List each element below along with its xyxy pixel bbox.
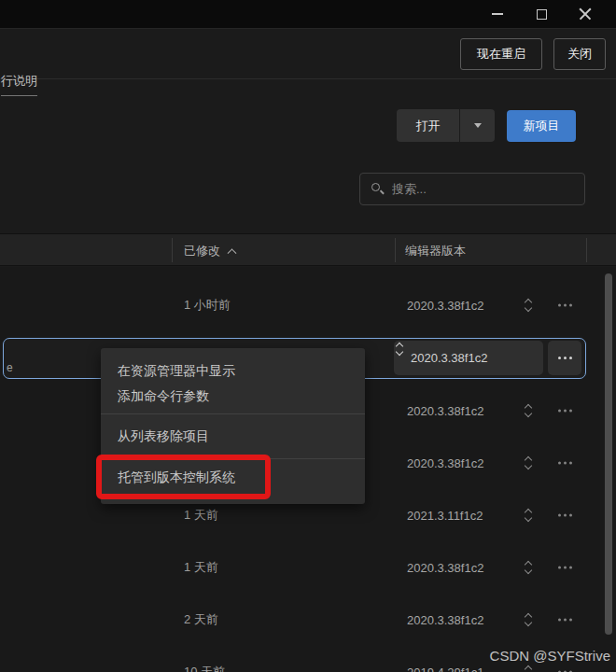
version-select-icon[interactable]	[523, 455, 534, 471]
row-more-options-button[interactable]	[558, 410, 572, 413]
search-box	[359, 173, 585, 205]
version-select-icon[interactable]	[523, 402, 534, 419]
minimize-button[interactable]	[484, 1, 511, 27]
open-dropdown-button[interactable]	[460, 109, 495, 142]
modified-cell: 1 天前	[184, 507, 218, 524]
menu-item-show-in-explorer[interactable]: 在资源管理器中显示	[101, 357, 365, 384]
titlebar	[0, 0, 616, 29]
ellipsis-icon	[558, 357, 572, 359]
modified-cell: 2 天前	[184, 611, 218, 628]
row-more-options-button[interactable]	[558, 514, 572, 517]
open-button[interactable]: 打开	[397, 109, 459, 142]
menu-item-remove-from-list[interactable]: 从列表移除项目	[101, 423, 365, 449]
row-more-options-button[interactable]	[558, 567, 572, 569]
table-row[interactable]: 2 天前 2020.3.38f1c2	[0, 594, 616, 646]
editor-version-cell: 2020.3.38f1c2	[411, 351, 521, 365]
version-select-icon[interactable]	[523, 664, 534, 672]
maximize-button[interactable]	[528, 1, 554, 27]
column-header-modified[interactable]: 已修改	[184, 234, 235, 267]
version-select-icon[interactable]	[523, 297, 534, 314]
editor-version-cell[interactable]: 2020.3.38f1c2	[407, 299, 483, 313]
version-select-icon[interactable]	[523, 507, 534, 524]
close-icon	[579, 7, 592, 21]
close-window-button[interactable]	[572, 1, 598, 27]
maximize-icon	[537, 9, 547, 20]
modified-cell: 1 小时前	[184, 297, 231, 314]
row-more-options-button[interactable]	[558, 619, 572, 622]
table-header: 已修改 编辑器版本	[0, 233, 616, 266]
vertical-scrollbar[interactable]	[605, 273, 612, 635]
table-row[interactable]: 1 天前 2020.3.38f1c2	[0, 541, 616, 594]
chevron-down-icon	[474, 123, 482, 128]
minimize-icon	[492, 13, 503, 15]
notification-bar: 行说明 现在重启 关闭	[0, 29, 616, 79]
editor-version-cell[interactable]: 2019.4.29f1c1	[407, 665, 483, 672]
editor-version-cell[interactable]: 2020.3.38f1c2	[407, 456, 483, 470]
column-separator	[172, 238, 173, 262]
annotation-highlight-box	[96, 455, 271, 499]
unity-hub-window: 行说明 现在重启 关闭 打开 新项目 已修改 编辑器版本 1 小时前 2020.…	[0, 0, 616, 672]
row-more-options-button[interactable]	[558, 462, 572, 465]
modified-cell: 10 天前	[184, 664, 225, 672]
editor-version-cell[interactable]: 2020.3.38f1c2	[407, 404, 483, 418]
close-notification-button[interactable]: 关闭	[553, 38, 606, 70]
modified-header-label: 已修改	[184, 243, 220, 259]
search-input[interactable]	[392, 182, 584, 196]
menu-item-add-command-line-args[interactable]: 添加命令行参数	[101, 383, 365, 409]
row-more-options-button[interactable]	[548, 341, 581, 375]
version-select-icon[interactable]	[523, 559, 534, 576]
modified-cell: 1 天前	[184, 559, 218, 576]
editor-version-cell[interactable]: 2020.3.38f1c2	[407, 561, 483, 575]
search-icon	[371, 183, 385, 196]
editor-version-cell[interactable]: 2020.3.38f1c2	[407, 613, 483, 627]
row-more-options-button[interactable]	[558, 304, 572, 307]
column-header-editor-version[interactable]: 编辑器版本	[405, 234, 466, 267]
new-project-button[interactable]: 新项目	[507, 110, 576, 142]
version-dropdown[interactable]: 2020.3.38f1c2	[394, 341, 543, 375]
editor-version-header-label: 编辑器版本	[405, 243, 466, 259]
editor-version-cell[interactable]: 2021.3.11f1c2	[407, 509, 483, 523]
column-separator	[586, 238, 587, 262]
version-select-icon[interactable]	[523, 611, 534, 628]
restart-now-button[interactable]: 现在重启	[460, 38, 542, 70]
open-split-button: 打开	[397, 109, 495, 142]
version-select-icon	[521, 350, 532, 367]
sort-ascending-icon	[228, 248, 237, 258]
table-row[interactable]: 1 小时前 2020.3.38f1c2	[0, 279, 616, 331]
release-notes-link[interactable]: 行说明	[1, 73, 37, 96]
watermark-text: CSDN @SYFStrive	[490, 648, 610, 664]
column-separator	[395, 238, 396, 262]
project-name-fragment: e	[7, 361, 13, 374]
menu-divider	[101, 413, 365, 414]
